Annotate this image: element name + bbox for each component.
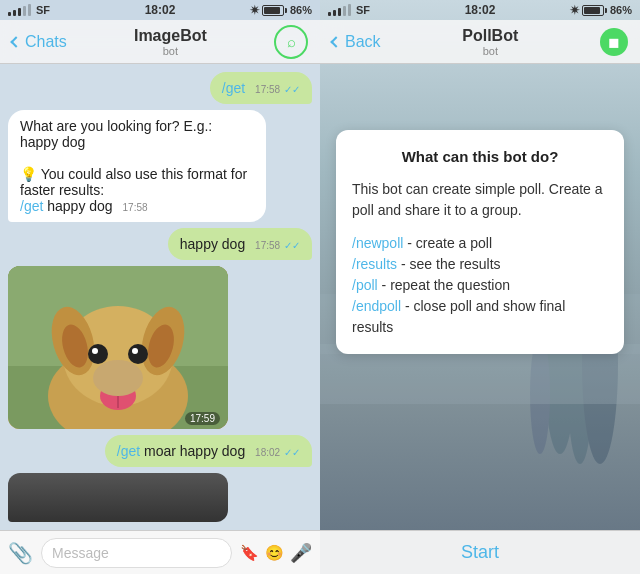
input-right-icons: 🔖 😊 🎤: [240, 542, 312, 564]
message-input[interactable]: Message: [41, 538, 232, 568]
right-chat-subtitle: bot: [381, 45, 600, 57]
partial-image-bubble: [8, 473, 228, 522]
chat-title: ImageBot: [67, 27, 274, 45]
command-newpoll-desc: - create a poll: [407, 235, 492, 251]
dog-image: [8, 266, 228, 429]
carrier: SF: [36, 4, 50, 16]
signal-strength: [8, 4, 31, 16]
attach-icon[interactable]: 📎: [8, 541, 33, 565]
right-signal: SF: [328, 4, 370, 16]
mic-icon[interactable]: 🎤: [290, 542, 312, 564]
message-text: What are you looking for? E.g.:happy dog…: [20, 118, 247, 214]
left-panel: SF 18:02 ✷ 86% Chats ImageBot bot ⌕ /ge: [0, 0, 320, 574]
chart-icon: ◼: [608, 34, 620, 50]
command-newpoll-cmd: /newpoll: [352, 235, 403, 251]
chart-button[interactable]: ◼: [600, 28, 628, 56]
right-signal-strength: [328, 4, 351, 16]
right-panel: SF 18:02 ✷ 86% Back PollBot bot ◼ What c…: [320, 0, 640, 574]
command-newpoll: /newpoll - create a poll: [352, 233, 608, 254]
input-placeholder: Message: [52, 545, 109, 561]
command-poll: /poll - repeat the question: [352, 275, 608, 296]
message-happy-dog: happy dog 17:58 ✓✓: [168, 228, 312, 260]
command-poll-cmd: /poll: [352, 277, 378, 293]
right-bluetooth-icon: ✷: [570, 4, 579, 17]
right-nav-bar: Back PollBot bot ◼: [320, 20, 640, 64]
left-right-status: ✷ 86%: [250, 4, 312, 17]
image-time: 17:59: [185, 412, 220, 425]
message-time: 17:58: [255, 84, 280, 95]
search-button[interactable]: ⌕: [274, 25, 308, 59]
chat-subtitle: bot: [67, 45, 274, 57]
battery-indicator: [262, 5, 287, 16]
svg-point-11: [132, 348, 138, 354]
svg-point-9: [128, 344, 148, 364]
command-text-2: /get: [117, 443, 140, 459]
command-results-desc: - see the results: [401, 256, 501, 272]
command-results-cmd: /results: [352, 256, 397, 272]
left-nav-bar: Chats ImageBot bot ⌕: [0, 20, 320, 64]
back-button[interactable]: Chats: [12, 33, 67, 51]
battery-percent: 86%: [290, 4, 312, 16]
svg-point-8: [88, 344, 108, 364]
right-bottom-bar: Start: [320, 530, 640, 574]
info-card: What can this bot do? This bot can creat…: [336, 130, 624, 354]
read-check: ✓✓: [284, 84, 300, 95]
read-check-2: ✓✓: [284, 240, 300, 251]
message-time-4: 18:02: [255, 447, 280, 458]
message-time-3: 17:58: [255, 240, 280, 251]
card-description: This bot can create simple poll. Create …: [352, 179, 608, 221]
command-poll-desc: - repeat the question: [382, 277, 510, 293]
message-text: happy dog: [180, 236, 245, 252]
message-text-2: moar happy dog: [144, 443, 245, 459]
left-signal: SF: [8, 4, 50, 16]
right-right-status: ✷ 86%: [570, 4, 632, 17]
message-get-command: /get 17:58 ✓✓: [210, 72, 312, 104]
right-battery: [582, 5, 607, 16]
svg-point-10: [92, 348, 98, 354]
start-button[interactable]: Start: [461, 542, 499, 563]
chat-area: /get 17:58 ✓✓ What are you looking for? …: [0, 64, 320, 530]
command-endpoll-cmd: /endpoll: [352, 298, 401, 314]
left-status-bar: SF 18:02 ✷ 86%: [0, 0, 320, 20]
card-commands: /newpoll - create a poll /results - see …: [352, 233, 608, 338]
bluetooth-icon: ✷: [250, 4, 259, 17]
right-chevron-icon: [330, 36, 341, 47]
message-looking-for: What are you looking for? E.g.:happy dog…: [8, 110, 266, 222]
left-time: 18:02: [145, 3, 176, 17]
right-status-bar: SF 18:02 ✷ 86%: [320, 0, 640, 20]
left-input-bar: 📎 Message 🔖 😊 🎤: [0, 530, 320, 574]
command-text: /get: [222, 80, 245, 96]
read-check-3: ✓✓: [284, 447, 300, 458]
right-battery-percent: 86%: [610, 4, 632, 16]
command-endpoll: /endpoll - close poll and show final res…: [352, 296, 608, 338]
sticker-icon[interactable]: 🔖: [240, 544, 259, 562]
right-back-button[interactable]: Back: [332, 33, 381, 51]
right-nav-title: PollBot bot: [381, 27, 600, 57]
left-nav-title: ImageBot bot: [67, 27, 274, 57]
right-carrier: SF: [356, 4, 370, 16]
message-time-2: 17:58: [123, 202, 148, 213]
right-time: 18:02: [465, 3, 496, 17]
message-get-moar: /get moar happy dog 18:02 ✓✓: [105, 435, 312, 467]
chevron-icon: [10, 36, 21, 47]
card-title: What can this bot do?: [352, 146, 608, 169]
emoji-icon[interactable]: 😊: [265, 544, 284, 562]
command-results: /results - see the results: [352, 254, 608, 275]
svg-point-16: [93, 360, 143, 396]
back-label: Chats: [25, 33, 67, 51]
right-back-label: Back: [345, 33, 381, 51]
search-icon: ⌕: [287, 33, 296, 50]
right-chat-title: PollBot: [381, 27, 600, 45]
dog-image-bubble: 17:59: [8, 266, 228, 429]
